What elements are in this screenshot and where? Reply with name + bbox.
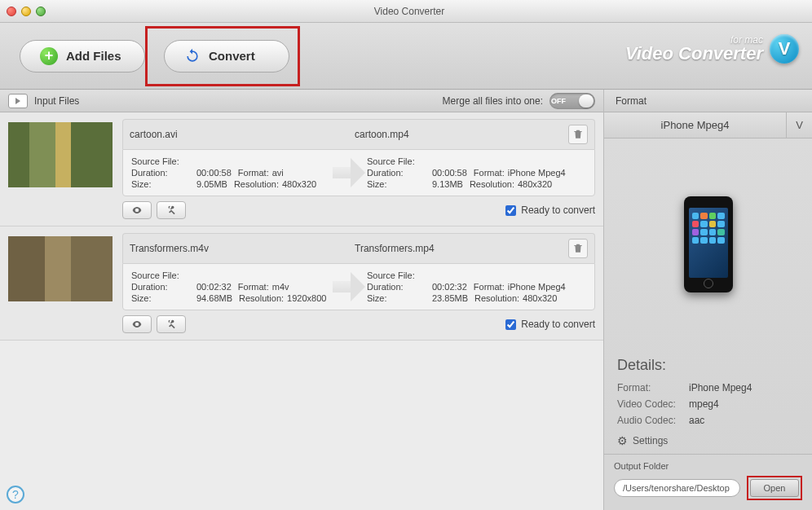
brand-logo: for mac Video Converter V xyxy=(625,34,799,64)
play-icon[interactable] xyxy=(8,94,28,108)
preview-button[interactable] xyxy=(122,315,152,333)
source-filename: Transformers.m4v xyxy=(130,243,338,254)
settings-link[interactable]: Settings xyxy=(617,434,799,447)
ready-checkbox[interactable] xyxy=(505,319,516,330)
convert-icon xyxy=(184,48,201,64)
source-info: Source File: Duration:00:02:32Format:m4v… xyxy=(123,264,359,310)
output-folder-label: Output Folder xyxy=(614,461,669,471)
main-toolbar: Add Files Convert for mac Video Converte… xyxy=(0,23,812,90)
dest-filename: Transformers.mp4 xyxy=(355,243,563,254)
convert-button[interactable]: Convert xyxy=(164,40,289,73)
trash-icon xyxy=(572,129,584,140)
format-v-tab[interactable]: V xyxy=(786,112,812,138)
settings-label: Settings xyxy=(633,435,668,446)
window-controls xyxy=(7,7,46,16)
source-filename: cartoon.avi xyxy=(130,129,338,140)
ready-checkbox[interactable] xyxy=(505,205,516,216)
scissors-icon xyxy=(165,204,177,216)
left-panel: Input Files Merge all files into one: OF… xyxy=(0,90,604,510)
delete-button[interactable] xyxy=(568,239,588,258)
title-bar: Video Converter xyxy=(0,0,812,23)
format-tabs: iPhone Mpeg4 V xyxy=(604,112,812,138)
dest-info: Source File: Duration:00:00:58Format:iPh… xyxy=(359,150,594,196)
file-row[interactable]: cartoon.avi cartoon.mp4 Source File: Dur… xyxy=(0,112,603,226)
zoom-window-button[interactable] xyxy=(36,7,46,16)
window-title: Video Converter xyxy=(46,6,773,17)
add-files-label: Add Files xyxy=(66,49,121,63)
input-files-label: Input Files xyxy=(34,95,79,107)
brand-subtitle: for mac xyxy=(730,35,763,45)
preview-button[interactable] xyxy=(122,201,152,219)
device-preview xyxy=(604,138,812,350)
trash-icon xyxy=(572,243,584,254)
details-section: Details: Format:iPhone Mpeg4 Video Codec… xyxy=(604,350,812,454)
file-list: cartoon.avi cartoon.mp4 Source File: Dur… xyxy=(0,112,603,510)
plus-icon xyxy=(40,47,58,65)
right-panel: Format iPhone Mpeg4 V Details: Format:iP… xyxy=(604,90,812,510)
toggle-knob xyxy=(579,95,594,108)
add-files-button[interactable]: Add Files xyxy=(20,40,145,73)
trim-button[interactable] xyxy=(157,201,186,219)
format-bar: Format xyxy=(604,90,812,112)
help-button[interactable]: ? xyxy=(7,486,24,503)
dest-filename: cartoon.mp4 xyxy=(355,129,563,140)
gear-icon xyxy=(617,434,628,447)
convert-highlight: Convert xyxy=(145,26,300,86)
video-thumbnail[interactable] xyxy=(8,236,113,301)
ready-label: Ready to convert xyxy=(521,204,595,216)
minimize-window-button[interactable] xyxy=(21,7,31,16)
details-title: Details: xyxy=(617,357,799,374)
file-row[interactable]: Transformers.m4v Transformers.mp4 Source… xyxy=(0,226,603,341)
ready-checkbox-wrap[interactable]: Ready to convert xyxy=(505,204,595,216)
open-button[interactable]: Open xyxy=(750,479,799,497)
close-window-button[interactable] xyxy=(7,7,16,16)
open-highlight: Open xyxy=(747,476,802,500)
brand-badge: V xyxy=(770,34,799,64)
input-files-bar: Input Files Merge all files into one: OF… xyxy=(0,90,603,112)
format-selected-tab[interactable]: iPhone Mpeg4 xyxy=(604,112,786,138)
eye-icon xyxy=(131,204,143,216)
output-path-field[interactable]: /Users/tenorshare/Desktop xyxy=(614,479,740,497)
trim-button[interactable] xyxy=(157,315,186,333)
output-section: Output Folder /Users/tenorshare/Desktop … xyxy=(604,454,812,510)
video-thumbnail[interactable] xyxy=(8,122,113,187)
toggle-state: OFF xyxy=(551,97,566,105)
arrow-icon xyxy=(333,158,365,187)
iphone-icon xyxy=(684,196,733,292)
ready-checkbox-wrap[interactable]: Ready to convert xyxy=(505,319,595,330)
scissors-icon xyxy=(165,319,177,330)
merge-toggle[interactable]: OFF xyxy=(549,93,595,109)
eye-icon xyxy=(131,319,143,330)
format-label: Format xyxy=(616,95,647,107)
brand-title: Video Converter xyxy=(625,45,763,63)
dest-info: Source File: Duration:00:02:32Format:iPh… xyxy=(359,264,594,310)
convert-label: Convert xyxy=(209,49,255,63)
delete-button[interactable] xyxy=(568,125,588,144)
source-info: Source File: Duration:00:00:58Format:avi… xyxy=(123,150,359,196)
arrow-icon xyxy=(333,272,365,301)
ready-label: Ready to convert xyxy=(521,319,595,330)
merge-label: Merge all files into one: xyxy=(443,95,543,107)
